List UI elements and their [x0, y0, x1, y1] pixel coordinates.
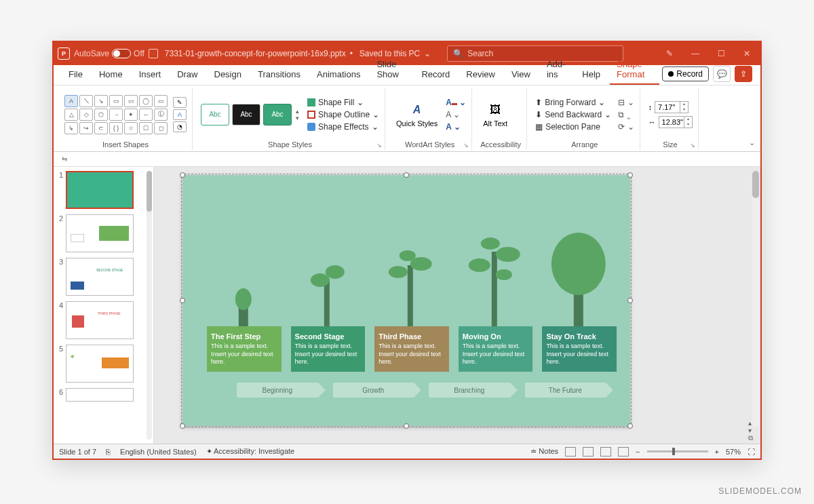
tab-animations[interactable]: Animations [310, 65, 367, 85]
slide-thumbnail-5[interactable]: 🌿 [66, 345, 134, 383]
quick-styles-icon: A [409, 102, 425, 118]
thumbnail-scrollbar[interactable] [147, 171, 152, 440]
comments-button[interactable]: 💬 [713, 66, 731, 82]
tab-shape-format[interactable]: Shape Format [610, 55, 659, 85]
width-input[interactable]: 12.83"▴▾ [659, 116, 693, 128]
collapse-ribbon-icon[interactable]: ⌄ [749, 138, 755, 147]
canvas-nav-icons[interactable]: ▴▾⧉ [748, 419, 759, 442]
alt-text-button[interactable]: 🖼 Alt Text [480, 100, 510, 129]
quick-access-overflow[interactable]: ⇆ [54, 152, 760, 167]
stage-5[interactable]: Stay On TrackThis is a sample text. Inse… [542, 231, 617, 372]
dialog-launcher-icon[interactable]: ↘ [690, 142, 695, 149]
close-button[interactable]: ✕ [740, 49, 754, 58]
minimize-button[interactable]: — [689, 49, 702, 58]
text-fill-icon[interactable]: A ⌄ [446, 98, 466, 107]
app-icon: P [58, 47, 70, 60]
arrow-4[interactable]: The Future [525, 383, 606, 398]
text-prediction-icon[interactable]: ⎘ [106, 448, 111, 456]
slide-sorter-icon[interactable] [583, 447, 594, 457]
text-box-icon[interactable]: A [173, 109, 187, 120]
language-indicator[interactable]: English (United States) [120, 448, 197, 456]
shape-fill-button[interactable]: Shape Fill ⌄ [307, 98, 379, 107]
zoom-slider[interactable] [647, 450, 708, 452]
styles-more-icon[interactable]: ▴▾ [294, 104, 301, 125]
dialog-launcher-icon[interactable]: ↘ [376, 142, 382, 149]
tab-draw[interactable]: Draw [170, 65, 204, 85]
height-icon: ↕ [648, 103, 653, 111]
style-sample-1[interactable]: Abc [201, 104, 229, 125]
autosave-toggle[interactable]: AutoSave Off [74, 49, 144, 58]
autosave-label: AutoSave [74, 49, 109, 58]
align-icon[interactable]: ⊟ ⌄ [618, 98, 634, 107]
slide-content[interactable]: The First StepThis is a sample text. Ins… [182, 175, 630, 426]
svg-rect-5 [408, 265, 413, 326]
group-icon[interactable]: ⧉ ⌄ [618, 110, 634, 119]
pen-icon[interactable]: ✎ [663, 49, 676, 58]
tab-view[interactable]: View [505, 65, 537, 85]
tab-record[interactable]: Record [414, 65, 457, 85]
share-button[interactable]: ⇪ [735, 66, 752, 82]
shapes-side-buttons[interactable]: ✎ A ◔ [173, 97, 187, 132]
selection-pane-button[interactable]: ▦Selection Pane [535, 122, 611, 132]
slide-indicator[interactable]: Slide 1 of 7 [59, 448, 96, 456]
slide-canvas[interactable]: The First StepThis is a sample text. Ins… [154, 167, 760, 444]
autosave-state: Off [134, 49, 144, 58]
slide-thumbnail-6[interactable] [66, 388, 134, 402]
save-icon[interactable] [149, 49, 158, 58]
record-button[interactable]: Record [662, 66, 709, 81]
text-outline-icon[interactable]: A ⌄ [446, 110, 466, 119]
tab-insert[interactable]: Insert [132, 65, 168, 85]
notes-button[interactable]: ≐ Notes [530, 447, 558, 456]
zoom-in-button[interactable]: + [715, 448, 719, 456]
stage-3[interactable]: Third PhaseThis is a sample text. Insert… [374, 231, 449, 372]
tab-file[interactable]: File [62, 65, 90, 85]
canvas-scrollbar[interactable] [752, 171, 759, 427]
bring-forward-button[interactable]: ⬆Bring Forward ⌄ [535, 98, 611, 107]
send-backward-button[interactable]: ⬇Send Backward ⌄ [535, 110, 611, 119]
tab-transitions[interactable]: Transitions [251, 65, 307, 85]
zoom-level[interactable]: 57% [726, 448, 741, 456]
normal-view-icon[interactable] [565, 447, 576, 457]
rotate-icon[interactable]: ⟳ ⌄ [618, 122, 634, 132]
slide-thumbnail-1[interactable] [66, 171, 134, 209]
text-effects-icon[interactable]: A ⌄ [446, 122, 466, 132]
shape-outline-button[interactable]: Shape Outline ⌄ [307, 110, 379, 119]
merge-shapes-icon[interactable]: ◔ [173, 121, 187, 132]
arrow-2[interactable]: Growth [333, 383, 414, 398]
slide-thumbnail-2[interactable] [66, 214, 134, 252]
search-box[interactable]: 🔍 Search [447, 45, 623, 62]
tab-design[interactable]: Design [208, 65, 248, 85]
group-insert-shapes: A＼↘▭▭◯▭ △◇⬠→✦↔Ⓛ ↳↪⊂{ }☆☐◻ ✎ A ◔ Insert S… [59, 88, 193, 150]
shapes-gallery[interactable]: A＼↘▭▭◯▭ △◇⬠→✦↔Ⓛ ↳↪⊂{ }☆☐◻ [64, 95, 168, 134]
quick-styles-button[interactable]: A Quick Styles [393, 100, 440, 129]
powerpoint-window: P AutoSave Off 7331-01-growth-concept-fo… [52, 41, 762, 460]
style-sample-3[interactable]: Abc [263, 104, 292, 125]
arrow-3[interactable]: Branching [429, 383, 510, 398]
style-sample-2[interactable]: Abc [232, 104, 260, 125]
accessibility-status[interactable]: ✦ Accessibility: Investigate [206, 447, 295, 456]
slide-thumbnail-3[interactable]: SECOND STAGE [66, 258, 134, 296]
tab-slide-show[interactable]: Slide Show [370, 55, 412, 85]
height-input[interactable]: 7.17"▴▾ [655, 101, 689, 113]
slide-thumbnail-4[interactable]: THIRD PHASE [66, 301, 134, 339]
width-icon: ↔ [648, 118, 656, 126]
toggle-icon[interactable] [112, 49, 131, 58]
tab-help[interactable]: Help [575, 65, 607, 85]
fit-to-window-icon[interactable]: ⛶ [748, 448, 755, 456]
stage-2[interactable]: Second StageThis is a sample text. Inser… [291, 231, 366, 372]
edit-shape-icon[interactable]: ✎ [173, 97, 187, 108]
tab-review[interactable]: Review [459, 65, 502, 85]
svg-point-12 [481, 237, 500, 250]
tab-home[interactable]: Home [92, 65, 130, 85]
dialog-launcher-icon[interactable]: ↘ [463, 142, 469, 149]
tab-add-ins[interactable]: Add-ins [540, 55, 573, 85]
stage-1[interactable]: The First StepThis is a sample text. Ins… [207, 231, 282, 372]
arrow-1[interactable]: Beginning [237, 383, 318, 398]
stage-4[interactable]: Moving OnThis is a sample text. Insert y… [459, 231, 533, 372]
maximize-button[interactable]: ☐ [714, 49, 728, 58]
editing-area: 1 2 3 SECOND STAGE 4 THIRD PHASE 5 🌿 6 [54, 167, 760, 444]
shape-effects-button[interactable]: Shape Effects ⌄ [307, 122, 379, 132]
zoom-out-button[interactable]: − [636, 448, 640, 456]
reading-view-icon[interactable] [600, 447, 611, 457]
slideshow-view-icon[interactable] [618, 447, 629, 457]
